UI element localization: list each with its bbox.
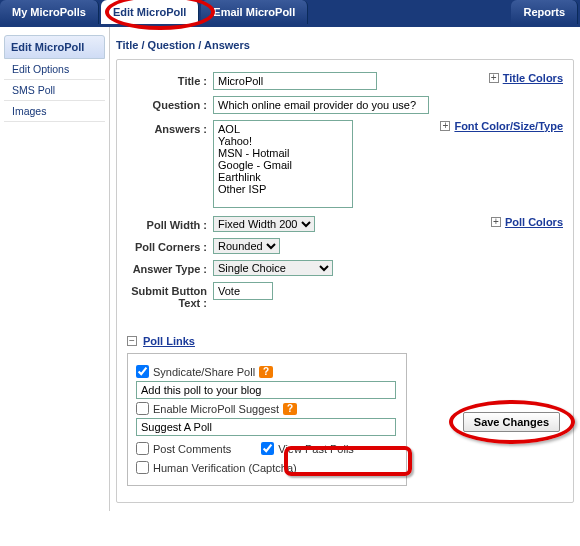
collapse-icon[interactable]: − [127, 336, 137, 346]
label-post-comments: Post Comments [153, 443, 231, 455]
tab-reports[interactable]: Reports [511, 0, 578, 24]
label-answer-type: Answer Type : [127, 260, 213, 275]
checkbox-syndicate[interactable] [136, 365, 149, 378]
top-tabs: My MicroPolls Edit MicroPoll Email Micro… [0, 0, 580, 24]
save-changes-button[interactable]: Save Changes [463, 412, 560, 432]
input-submit-text[interactable] [213, 282, 273, 300]
section-title: Title / Question / Answers [116, 35, 574, 59]
sidebar-item-edit-options[interactable]: Edit Options [4, 59, 105, 80]
checkbox-enable-suggest[interactable] [136, 402, 149, 415]
label-enable-suggest: Enable MicroPoll Suggest [153, 403, 279, 415]
input-title[interactable] [213, 72, 377, 90]
label-question: Question : [127, 96, 213, 111]
expand-icon[interactable]: + [491, 217, 501, 227]
label-title: Title : [127, 72, 213, 87]
tab-email-micropoll[interactable]: Email MicroPoll [201, 0, 308, 24]
sidebar-heading: Edit MicroPoll [4, 35, 105, 59]
label-poll-corners: Poll Corners : [127, 238, 213, 253]
label-captcha: Human Verification (Captcha) [153, 462, 297, 474]
expand-icon[interactable]: + [489, 73, 499, 83]
link-title-colors[interactable]: Title Colors [503, 72, 563, 84]
select-poll-corners[interactable]: Rounded [213, 238, 280, 254]
checkbox-post-comments[interactable] [136, 442, 149, 455]
checkbox-captcha[interactable] [136, 461, 149, 474]
expand-icon[interactable]: + [440, 121, 450, 131]
checkbox-view-past-polls[interactable] [261, 442, 274, 455]
select-answer-type[interactable]: Single Choice [213, 260, 333, 276]
select-poll-width[interactable]: Fixed Width 200 [213, 216, 315, 232]
link-poll-colors[interactable]: Poll Colors [505, 216, 563, 228]
sidebar-item-images[interactable]: Images [4, 101, 105, 122]
help-icon[interactable]: ? [283, 403, 297, 415]
label-submit-text: Submit Button Text : [127, 282, 213, 309]
label-poll-width: Poll Width : [127, 216, 213, 231]
textarea-answers[interactable] [213, 120, 353, 208]
input-question[interactable] [213, 96, 429, 114]
input-suggest[interactable] [136, 418, 396, 436]
sidebar: Edit MicroPoll Edit Options SMS Poll Ima… [0, 27, 110, 511]
tab-edit-micropoll[interactable]: Edit MicroPoll [101, 0, 199, 24]
help-icon[interactable]: ? [259, 366, 273, 378]
tab-my-micropolls[interactable]: My MicroPolls [0, 0, 99, 24]
link-font-options[interactable]: Font Color/Size/Type [454, 120, 563, 132]
link-poll-links[interactable]: Poll Links [143, 335, 195, 347]
label-answers: Answers : [127, 120, 213, 135]
form-panel: Title : + Title Colors Question : Answer… [116, 59, 574, 503]
label-view-past-polls: View Past Polls [278, 443, 354, 455]
poll-links-box: Syndicate/Share Poll ? Enable MicroPoll … [127, 353, 407, 486]
sidebar-item-sms-poll[interactable]: SMS Poll [4, 80, 105, 101]
input-addblog[interactable] [136, 381, 396, 399]
label-syndicate: Syndicate/Share Poll [153, 366, 255, 378]
